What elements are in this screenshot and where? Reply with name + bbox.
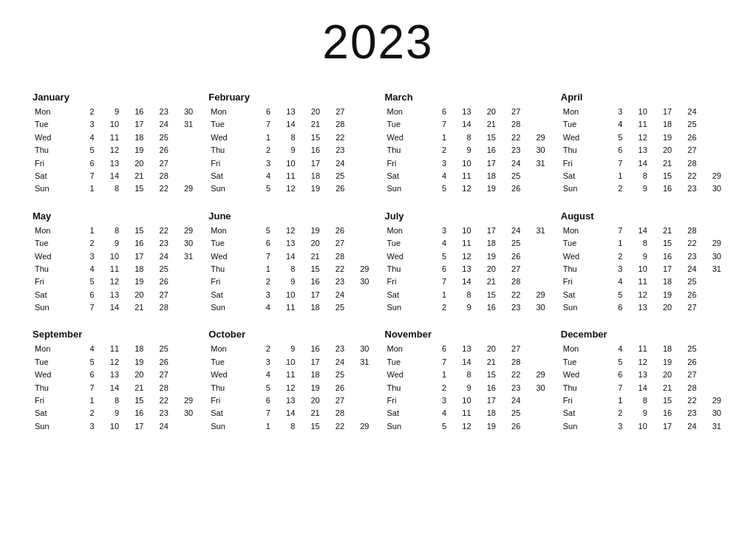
date-cell: 29 <box>171 182 195 195</box>
date-cell: 10 <box>97 118 121 131</box>
date-cell: 3 <box>248 356 273 369</box>
date-cell: 20 <box>474 263 498 275</box>
date-cell: 31 <box>699 263 723 275</box>
day-label: Wed <box>561 131 601 144</box>
date-cell: 21 <box>650 225 674 237</box>
date-cell: 28 <box>146 382 170 394</box>
date-cell <box>171 369 195 381</box>
date-cell: 15 <box>121 394 146 407</box>
date-cell: 13 <box>624 144 649 157</box>
date-cell <box>347 237 371 250</box>
day-label: Sun <box>208 301 248 314</box>
date-cell: 10 <box>97 420 121 433</box>
date-cell <box>171 157 195 170</box>
date-cell: 8 <box>624 394 649 407</box>
table-row: Thu5121926 <box>208 382 371 394</box>
date-cell: 15 <box>474 289 498 301</box>
date-cell: 17 <box>297 356 321 369</box>
date-cell: 6 <box>601 144 625 157</box>
date-cell: 4 <box>424 237 449 250</box>
date-cell: 4 <box>72 131 97 144</box>
date-cell: 27 <box>498 106 522 118</box>
date-cell: 12 <box>624 289 649 301</box>
date-cell: 30 <box>522 144 547 157</box>
date-cell: 26 <box>322 182 347 195</box>
date-cell: 19 <box>474 420 498 433</box>
table-row: Mon310172431 <box>385 225 548 237</box>
date-cell: 8 <box>624 170 649 182</box>
day-label: Mon <box>208 106 248 118</box>
day-label: Fri <box>33 157 72 170</box>
date-cell: 5 <box>601 289 625 301</box>
day-label: Wed <box>385 250 425 263</box>
date-cell: 8 <box>273 263 297 275</box>
date-cell: 12 <box>97 356 121 369</box>
date-cell: 2 <box>72 407 97 420</box>
date-cell: 12 <box>97 275 121 288</box>
date-cell: 18 <box>474 407 498 420</box>
date-cell: 7 <box>72 170 97 182</box>
date-cell: 16 <box>650 182 674 195</box>
date-cell: 31 <box>522 157 547 170</box>
day-label: Mon <box>385 106 425 118</box>
table-row: Tue18152229 <box>561 237 723 250</box>
table-row: Sun18152229 <box>33 182 195 195</box>
table-row: Sat7142128 <box>208 407 371 420</box>
date-cell: 26 <box>146 144 170 157</box>
date-cell: 16 <box>650 250 674 263</box>
date-cell: 11 <box>624 275 649 288</box>
date-cell: 2 <box>601 407 625 420</box>
table-row: Wed6132027 <box>561 369 723 381</box>
date-cell: 18 <box>121 263 146 275</box>
date-cell: 16 <box>121 237 146 250</box>
date-cell: 21 <box>297 407 321 420</box>
table-row: Mon3101724 <box>561 106 723 118</box>
date-cell: 24 <box>498 394 522 407</box>
date-cell: 15 <box>650 237 674 250</box>
date-cell: 26 <box>674 356 698 369</box>
date-cell <box>347 157 371 170</box>
day-label: Mon <box>33 225 72 237</box>
date-cell: 8 <box>273 131 297 144</box>
date-cell: 13 <box>449 343 473 355</box>
day-label: Tue <box>385 356 425 369</box>
table-row: Mon6132027 <box>208 106 371 118</box>
date-cell: 11 <box>273 170 297 182</box>
date-cell: 30 <box>171 106 195 118</box>
date-cell: 20 <box>121 157 146 170</box>
table-row: Thu29162330 <box>385 144 548 157</box>
date-cell <box>347 225 371 237</box>
table-row: Sun5121926 <box>385 420 548 433</box>
date-cell: 11 <box>97 131 121 144</box>
table-row: Mon29162330 <box>33 106 195 118</box>
month-block-march: MarchMon6132027Tue7142128Wed18152229Thu2… <box>382 92 551 196</box>
date-cell: 11 <box>97 263 121 275</box>
date-cell: 10 <box>273 157 297 170</box>
day-label: Thu <box>33 144 72 157</box>
date-cell: 14 <box>449 356 473 369</box>
date-cell: 31 <box>699 420 723 433</box>
date-cell: 18 <box>121 131 146 144</box>
date-cell: 30 <box>699 182 723 195</box>
table-row: Fri6132027 <box>33 157 195 170</box>
date-cell: 21 <box>121 301 146 314</box>
date-cell: 13 <box>97 369 121 381</box>
date-cell: 19 <box>474 250 498 263</box>
date-cell: 17 <box>121 250 146 263</box>
date-cell: 23 <box>146 407 170 420</box>
date-cell: 3 <box>424 225 449 237</box>
date-cell: 4 <box>601 343 625 355</box>
day-label: Wed <box>561 369 601 381</box>
date-cell: 14 <box>97 170 121 182</box>
day-label: Fri <box>33 275 72 288</box>
table-row: Wed6132027 <box>33 369 195 381</box>
date-cell: 17 <box>474 394 498 407</box>
date-cell <box>347 301 371 314</box>
table-row: Fri18152229 <box>561 394 723 407</box>
date-cell: 1 <box>72 225 97 237</box>
day-label: Fri <box>208 157 248 170</box>
table-row: Thu18152229 <box>208 263 371 275</box>
table-row: Wed310172431 <box>33 250 195 263</box>
date-cell: 15 <box>650 170 674 182</box>
date-cell: 26 <box>322 225 347 237</box>
